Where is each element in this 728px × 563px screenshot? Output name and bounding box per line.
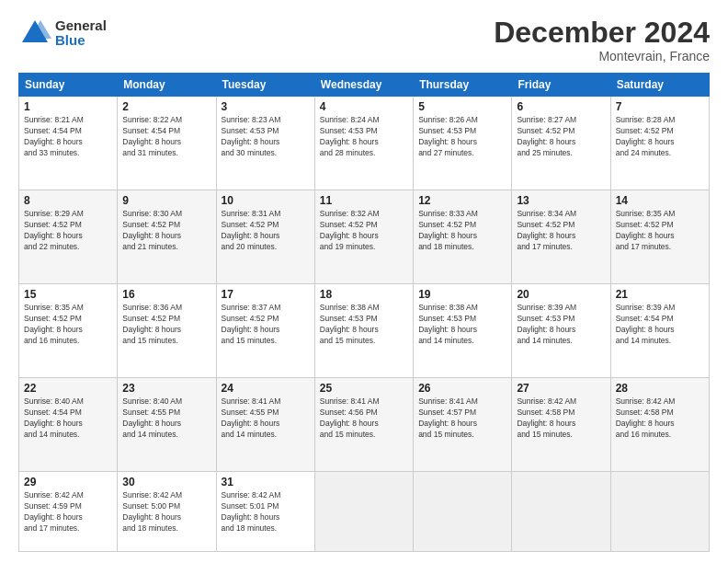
day-info: Sunrise: 8:35 AM Sunset: 4:52 PM Dayligh… [616,209,704,253]
table-row: 28Sunrise: 8:42 AM Sunset: 4:58 PM Dayli… [610,378,709,472]
table-row [610,471,709,551]
day-number: 20 [517,288,605,301]
day-info: Sunrise: 8:41 AM Sunset: 4:55 PM Dayligh… [222,396,310,441]
day-number: 11 [320,194,408,207]
table-row [414,471,512,551]
day-number: 24 [222,382,310,395]
table-row: 24Sunrise: 8:41 AM Sunset: 4:55 PM Dayli… [216,378,314,472]
table-row: 23Sunrise: 8:40 AM Sunset: 4:55 PM Dayli… [118,378,216,472]
table-row: 1Sunrise: 8:21 AM Sunset: 4:54 PM Daylig… [19,97,118,190]
table-row: 26Sunrise: 8:41 AM Sunset: 4:57 PM Dayli… [414,378,512,472]
table-row: 10Sunrise: 8:31 AM Sunset: 4:52 PM Dayli… [216,190,314,284]
day-number: 27 [517,382,605,395]
day-number: 30 [122,476,210,488]
col-wednesday: Wednesday [314,74,413,97]
day-number: 9 [122,194,210,207]
day-number: 16 [122,288,210,301]
day-info: Sunrise: 8:27 AM Sunset: 4:52 PM Dayligh… [517,115,605,159]
day-info: Sunrise: 8:29 AM Sunset: 4:52 PM Dayligh… [24,209,112,253]
day-number: 4 [320,100,408,113]
logo: General Blue [18,17,107,50]
calendar-header-row: Sunday Monday Tuesday Wednesday Thursday… [19,74,710,97]
col-saturday: Saturday [610,74,709,97]
day-number: 22 [24,382,112,395]
day-number: 31 [222,476,310,488]
location: Montevrain, France [494,49,710,63]
table-row: 17Sunrise: 8:37 AM Sunset: 4:52 PM Dayli… [216,284,314,378]
day-info: Sunrise: 8:24 AM Sunset: 4:53 PM Dayligh… [320,115,408,159]
table-row: 7Sunrise: 8:28 AM Sunset: 4:52 PM Daylig… [610,97,709,190]
day-number: 21 [616,288,704,301]
day-info: Sunrise: 8:28 AM Sunset: 4:52 PM Dayligh… [616,115,704,159]
day-info: Sunrise: 8:21 AM Sunset: 4:54 PM Dayligh… [24,115,112,159]
table-row: 25Sunrise: 8:41 AM Sunset: 4:56 PM Dayli… [314,378,413,472]
day-info: Sunrise: 8:41 AM Sunset: 4:56 PM Dayligh… [320,396,408,441]
day-info: Sunrise: 8:30 AM Sunset: 4:52 PM Dayligh… [122,209,210,253]
day-info: Sunrise: 8:38 AM Sunset: 4:53 PM Dayligh… [320,303,408,347]
day-info: Sunrise: 8:26 AM Sunset: 4:53 PM Dayligh… [418,115,506,159]
day-number: 28 [616,382,704,395]
col-monday: Monday [118,74,216,97]
day-info: Sunrise: 8:36 AM Sunset: 4:52 PM Dayligh… [122,303,210,347]
day-info: Sunrise: 8:41 AM Sunset: 4:57 PM Dayligh… [418,396,506,441]
day-info: Sunrise: 8:31 AM Sunset: 4:52 PM Dayligh… [222,209,310,253]
day-number: 25 [320,382,408,395]
table-row: 11Sunrise: 8:32 AM Sunset: 4:52 PM Dayli… [314,190,413,284]
col-friday: Friday [512,74,610,97]
day-info: Sunrise: 8:42 AM Sunset: 5:00 PM Dayligh… [122,490,210,534]
table-row: 30Sunrise: 8:42 AM Sunset: 5:00 PM Dayli… [118,471,216,551]
day-info: Sunrise: 8:33 AM Sunset: 4:52 PM Dayligh… [418,209,506,253]
table-row: 14Sunrise: 8:35 AM Sunset: 4:52 PM Dayli… [610,190,709,284]
header: General Blue December 2024 Montevrain, F… [18,17,710,63]
page: General Blue December 2024 Montevrain, F… [0,0,728,563]
table-row: 31Sunrise: 8:42 AM Sunset: 5:01 PM Dayli… [216,471,314,551]
table-row: 21Sunrise: 8:39 AM Sunset: 4:54 PM Dayli… [610,284,709,378]
table-row: 3Sunrise: 8:23 AM Sunset: 4:53 PM Daylig… [216,97,314,190]
day-info: Sunrise: 8:42 AM Sunset: 4:58 PM Dayligh… [517,396,605,441]
month-title: December 2024 [494,17,710,49]
table-row: 9Sunrise: 8:30 AM Sunset: 4:52 PM Daylig… [118,190,216,284]
table-row: 6Sunrise: 8:27 AM Sunset: 4:52 PM Daylig… [512,97,610,190]
day-info: Sunrise: 8:42 AM Sunset: 4:59 PM Dayligh… [24,490,112,534]
day-number: 23 [122,382,210,395]
day-number: 10 [222,194,310,207]
day-number: 6 [517,100,605,113]
day-number: 2 [122,100,210,113]
day-info: Sunrise: 8:42 AM Sunset: 5:01 PM Dayligh… [222,490,310,534]
day-number: 8 [24,194,112,207]
table-row: 16Sunrise: 8:36 AM Sunset: 4:52 PM Dayli… [118,284,216,378]
day-number: 13 [517,194,605,207]
day-info: Sunrise: 8:40 AM Sunset: 4:55 PM Dayligh… [122,396,210,441]
table-row: 22Sunrise: 8:40 AM Sunset: 4:54 PM Dayli… [19,378,118,472]
day-number: 7 [616,100,704,113]
day-info: Sunrise: 8:40 AM Sunset: 4:54 PM Dayligh… [24,396,112,441]
day-number: 17 [222,288,310,301]
logo-name: General Blue [55,18,107,49]
table-row: 15Sunrise: 8:35 AM Sunset: 4:52 PM Dayli… [19,284,118,378]
calendar-table: Sunday Monday Tuesday Wednesday Thursday… [18,73,710,552]
day-number: 26 [418,382,506,395]
table-row: 4Sunrise: 8:24 AM Sunset: 4:53 PM Daylig… [314,97,413,190]
day-info: Sunrise: 8:35 AM Sunset: 4:52 PM Dayligh… [24,303,112,347]
day-info: Sunrise: 8:38 AM Sunset: 4:53 PM Dayligh… [418,303,506,347]
day-number: 14 [616,194,704,207]
day-info: Sunrise: 8:23 AM Sunset: 4:53 PM Dayligh… [222,115,310,159]
day-number: 15 [24,288,112,301]
col-sunday: Sunday [19,74,118,97]
day-number: 18 [320,288,408,301]
table-row: 12Sunrise: 8:33 AM Sunset: 4:52 PM Dayli… [414,190,512,284]
table-row: 8Sunrise: 8:29 AM Sunset: 4:52 PM Daylig… [19,190,118,284]
day-info: Sunrise: 8:39 AM Sunset: 4:54 PM Dayligh… [616,303,704,347]
col-tuesday: Tuesday [216,74,314,97]
table-row: 5Sunrise: 8:26 AM Sunset: 4:53 PM Daylig… [414,97,512,190]
day-info: Sunrise: 8:37 AM Sunset: 4:52 PM Dayligh… [222,303,310,347]
table-row: 19Sunrise: 8:38 AM Sunset: 4:53 PM Dayli… [414,284,512,378]
day-number: 19 [418,288,506,301]
table-row: 20Sunrise: 8:39 AM Sunset: 4:53 PM Dayli… [512,284,610,378]
logo-blue-text: Blue [55,33,107,49]
col-thursday: Thursday [414,74,512,97]
day-number: 3 [222,100,310,113]
day-number: 1 [24,100,112,113]
table-row: 18Sunrise: 8:38 AM Sunset: 4:53 PM Dayli… [314,284,413,378]
day-number: 12 [418,194,506,207]
